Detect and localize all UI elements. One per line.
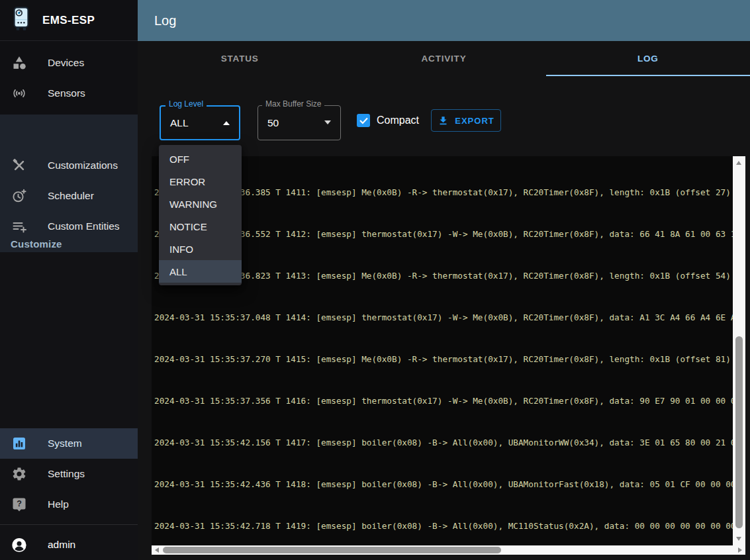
sidebar-item-label: Customizations: [48, 160, 118, 171]
log-line: 2024-03-31 15:35:37.356 T 1416: [emsesp]…: [154, 394, 733, 408]
scroll-up-arrow-icon[interactable]: [736, 161, 741, 165]
log-line: 2024-03-31 15:35:42.156 T 1417: [emsesp]…: [154, 436, 733, 449]
vertical-scrollbar-thumb[interactable]: [735, 336, 743, 528]
app-logo-row: EMS-ESP: [0, 0, 138, 41]
sidebar-item-devices[interactable]: Devices: [0, 48, 138, 78]
download-icon: [438, 115, 449, 126]
devices-icon: [11, 55, 27, 71]
log-line: 2024-03-31 15:35:42.718 T 1419: [emsesp]…: [154, 519, 733, 533]
sidebar-item-label: System: [48, 438, 82, 449]
scroll-right-arrow-icon[interactable]: [738, 547, 742, 553]
app-bar: Log: [138, 0, 750, 41]
sidebar-item-custom-entities[interactable]: Custom Entities: [0, 211, 138, 242]
sidebar-item-customizations[interactable]: Customizations: [0, 150, 138, 181]
settings-gear-icon: [11, 466, 27, 482]
sidebar-item-sensors[interactable]: Sensors: [0, 78, 138, 109]
horizontal-scrollbar-thumb[interactable]: [163, 547, 501, 553]
scroll-left-arrow-icon[interactable]: [155, 547, 159, 553]
sidebar-user-admin[interactable]: admin: [0, 530, 138, 560]
system-icon: [11, 436, 27, 451]
vertical-scrollbar[interactable]: [733, 156, 745, 545]
help-icon: ?: [11, 496, 27, 512]
customizations-icon: [11, 158, 27, 173]
max-buffer-size-label: Max Buffer Size: [262, 100, 324, 108]
log-line: 2024-03-31 15:35:42.436 T 1418: [emsesp]…: [154, 477, 733, 491]
menu-item-info[interactable]: INFO: [159, 238, 242, 260]
sidebar-item-label: Devices: [48, 57, 84, 69]
sidebar-item-help[interactable]: ? Help: [0, 489, 138, 520]
sidebar-item-label: Help: [48, 498, 69, 510]
custom-entities-icon: [11, 218, 27, 234]
user-label: admin: [48, 539, 75, 551]
tab-log[interactable]: LOG: [546, 41, 750, 76]
sidebar-divider: [0, 524, 138, 525]
active-tab-indicator: [546, 75, 750, 76]
sidebar-item-label: Settings: [48, 468, 85, 480]
sidebar: EMS-ESP Devices Sensors Customize: [0, 0, 138, 560]
account-circle-icon: [11, 537, 27, 553]
log-line: 2024-03-31 15:35:37.270 T 1415: [emsesp]…: [154, 352, 733, 366]
horizontal-scrollbar[interactable]: [152, 545, 745, 555]
compact-checkbox[interactable]: [357, 114, 370, 127]
sensors-icon: [11, 85, 27, 101]
tab-activity[interactable]: ACTIVITY: [342, 41, 545, 76]
menu-item-warning[interactable]: WARNING: [159, 193, 242, 215]
page-title: Log: [154, 13, 176, 28]
compact-label: Compact: [377, 115, 419, 126]
checkmark-icon: [359, 116, 369, 126]
sidebar-item-label: Custom Entities: [48, 220, 120, 232]
tab-status[interactable]: STATUS: [138, 41, 342, 76]
export-button[interactable]: EXPORT: [431, 109, 501, 132]
scroll-down-arrow-icon[interactable]: [736, 537, 741, 541]
app-title: EMS-ESP: [42, 14, 95, 27]
sidebar-item-system[interactable]: System: [0, 428, 138, 459]
sidebar-item-scheduler[interactable]: Scheduler: [0, 181, 138, 211]
sidebar-item-label: Sensors: [48, 87, 85, 99]
sidebar-item-settings[interactable]: Settings: [0, 459, 138, 489]
log-level-value: ALL: [170, 117, 189, 129]
menu-item-error[interactable]: ERROR: [159, 170, 242, 193]
max-buffer-size-value: 50: [267, 117, 279, 129]
caret-down-icon: [324, 120, 331, 124]
export-button-label: EXPORT: [455, 116, 494, 126]
ems-esp-boiler-logo-icon: [11, 6, 32, 35]
log-level-select[interactable]: ALL: [160, 105, 240, 140]
max-buffer-size-select[interactable]: 50: [258, 105, 341, 140]
log-line: 2024-03-31 15:35:37.048 T 1414: [emsesp]…: [154, 310, 733, 324]
tab-bar: STATUS ACTIVITY LOG: [138, 41, 750, 76]
svg-text:?: ?: [17, 499, 22, 508]
log-level-label: Log Level: [165, 100, 207, 108]
caret-up-icon: [223, 121, 230, 125]
sidebar-item-label: Scheduler: [48, 190, 94, 202]
menu-item-notice[interactable]: NOTICE: [159, 215, 242, 238]
scheduler-icon: [11, 188, 27, 204]
log-level-menu: OFF ERROR WARNING NOTICE INFO ALL: [159, 145, 242, 285]
menu-item-off[interactable]: OFF: [159, 148, 242, 170]
menu-item-all[interactable]: ALL: [159, 260, 242, 283]
